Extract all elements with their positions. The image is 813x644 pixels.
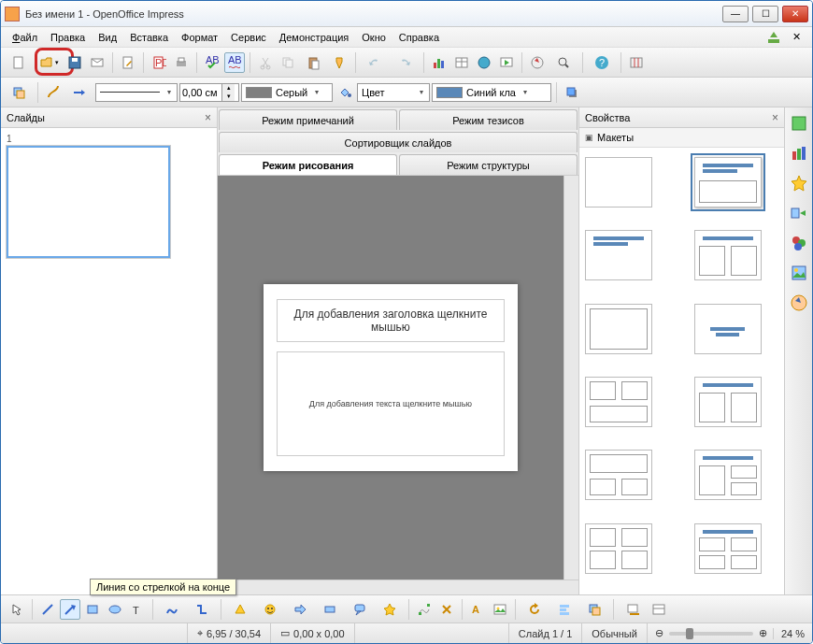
layout-1x2[interactable] (585, 450, 652, 500)
slide-canvas[interactable]: Для добавления заголовка щелкните мышью … (264, 284, 518, 471)
layout-title-only[interactable] (585, 230, 652, 280)
arrow-style-button[interactable] (65, 82, 93, 103)
save-button[interactable] (64, 52, 85, 73)
sidebar-navigator-icon[interactable] (789, 293, 809, 313)
minimize-button[interactable]: — (722, 6, 749, 22)
stars-tool[interactable] (376, 599, 404, 620)
slide-thumbnail[interactable] (7, 146, 170, 258)
tab-notes[interactable]: Режим примечаний (219, 109, 397, 130)
block-arrows-tool[interactable] (286, 599, 314, 620)
menu-format[interactable]: Формат (176, 30, 223, 45)
fill-type-combo[interactable]: Цвет ▾ (357, 83, 430, 102)
maximize-button[interactable]: ☐ (752, 6, 778, 22)
close-slides-panel-icon[interactable]: × (205, 111, 211, 124)
cut-button[interactable] (255, 52, 276, 73)
layout-title-content[interactable] (694, 157, 762, 208)
collapse-icon[interactable]: ▣ (585, 133, 593, 142)
fontwork-tool[interactable]: A (467, 599, 488, 620)
layout-blank[interactable] (585, 157, 652, 208)
status-mode[interactable]: Обычный (582, 623, 648, 643)
edit-doc-button[interactable] (118, 52, 138, 73)
select-tool[interactable] (7, 599, 27, 620)
layout-two-content[interactable] (694, 230, 762, 280)
connector-tool[interactable] (188, 599, 216, 620)
points-tool[interactable] (414, 599, 435, 620)
line-width-field[interactable] (180, 87, 221, 98)
slide-content-placeholder[interactable]: Для добавления текста щелкните мышью (277, 351, 505, 456)
copy-button[interactable] (278, 52, 298, 73)
fill-bucket-icon[interactable] (335, 82, 355, 103)
close-doc-icon[interactable]: ✕ (786, 27, 806, 48)
horizontal-scrollbar[interactable] (218, 580, 578, 594)
new-button[interactable] (5, 52, 33, 73)
symbol-shapes-tool[interactable] (256, 599, 284, 620)
zoom-control[interactable]: ⊖ ⊕ 24 % (648, 627, 812, 639)
layout-centered[interactable] (694, 304, 762, 354)
arrange-button[interactable] (5, 82, 33, 103)
text-tool[interactable]: T (127, 599, 148, 620)
redo-button[interactable] (391, 52, 419, 73)
table-button[interactable] (451, 52, 472, 73)
autospell-button[interactable]: ABC (224, 52, 245, 73)
format-paintbrush-button[interactable] (330, 52, 350, 73)
layout-title-2content[interactable] (694, 377, 762, 427)
vertical-scrollbar[interactable] (563, 176, 578, 580)
menu-file[interactable]: Файл (7, 30, 43, 45)
menu-edit[interactable]: Правка (45, 30, 91, 45)
curve-tool[interactable] (158, 599, 186, 620)
open-button[interactable]: ▾ (35, 52, 63, 73)
ellipse-tool[interactable] (105, 599, 125, 620)
arrange-tool[interactable] (580, 599, 608, 620)
layouts-section-header[interactable]: ▣ Макеты (579, 128, 784, 148)
hyperlink-button[interactable] (474, 52, 494, 73)
export-pdf-button[interactable]: PDF (149, 52, 169, 73)
insert-image-tool[interactable] (490, 599, 510, 620)
menu-slideshow[interactable]: Демонстрация (274, 30, 355, 45)
slideshow-button[interactable] (496, 52, 517, 73)
menu-view[interactable]: Вид (93, 30, 122, 45)
tab-sorter[interactable]: Сортировщик слайдов (219, 132, 578, 152)
slide-title-placeholder[interactable]: Для добавления заголовка щелкните мышью (277, 299, 505, 342)
rectangle-tool[interactable] (82, 599, 103, 620)
callout-tool[interactable] (346, 599, 374, 620)
navigator-button[interactable] (527, 52, 548, 73)
menu-tools[interactable]: Сервис (225, 30, 272, 45)
undo-button[interactable] (361, 52, 389, 73)
line-style-combo[interactable]: ▾ (95, 83, 178, 102)
spin-up[interactable]: ▴ (221, 84, 235, 93)
fill-color-combo[interactable]: Синий кла ▾ (432, 83, 551, 102)
update-icon[interactable] (763, 27, 784, 48)
line-color-combo[interactable]: Серый ▾ (241, 83, 333, 102)
tab-outline[interactable]: Режим структуры (399, 154, 578, 175)
sidebar-gallery-icon[interactable] (789, 263, 809, 283)
rotate-tool[interactable] (521, 599, 549, 620)
paste-button[interactable] (300, 52, 328, 73)
layout-content-only[interactable] (585, 304, 652, 354)
zoom-out-icon[interactable]: ⊖ (655, 627, 663, 639)
tab-drawing[interactable]: Режим рисования (219, 154, 397, 175)
sidebar-styles-icon[interactable] (789, 233, 809, 253)
print-button[interactable] (171, 52, 192, 73)
layout-title-4content[interactable] (694, 523, 762, 574)
flowchart-tool[interactable] (316, 599, 344, 620)
line-style-icon[interactable] (43, 82, 64, 103)
layout-title-3content[interactable] (694, 450, 762, 500)
tab-handout[interactable]: Режим тезисов (399, 109, 578, 130)
line-width-input[interactable]: ▴▾ (179, 83, 239, 102)
help-button[interactable]: ? (588, 52, 616, 73)
shadow-button[interactable] (562, 82, 582, 103)
sidebar-transition-icon[interactable] (789, 203, 809, 223)
spin-down[interactable]: ▾ (221, 93, 235, 101)
chart-button[interactable] (429, 52, 449, 73)
email-button[interactable] (87, 52, 107, 73)
menu-window[interactable]: Окно (356, 30, 392, 45)
sidebar-animation-icon[interactable] (789, 173, 809, 193)
menu-insert[interactable]: Вставка (124, 30, 174, 45)
close-properties-icon[interactable]: × (772, 111, 778, 124)
slide-editor[interactable]: Для добавления заголовка щелкните мышью … (218, 176, 563, 580)
line-tool[interactable] (37, 599, 58, 620)
spellcheck-button[interactable]: ABC (202, 52, 222, 73)
layout-2x1[interactable] (585, 377, 652, 427)
gluepoints-tool[interactable] (436, 599, 457, 620)
sidebar-master-icon[interactable] (789, 143, 809, 164)
